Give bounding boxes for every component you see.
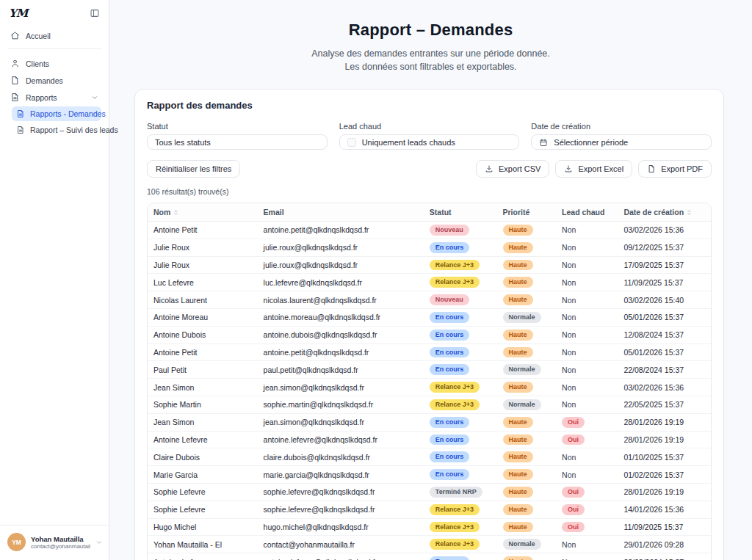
cell-date-creation: 22/08/2024 15:37	[618, 553, 711, 560]
filter-statut: Statut Tous les statuts	[147, 122, 328, 150]
cell-lead-chaud: Oui	[556, 518, 618, 536]
cell-email: antoine.petit@qlkdnqslkdqsd.fr	[258, 222, 424, 239]
cell-statut: En cours	[424, 326, 497, 343]
cell-lead-chaud: Non	[556, 466, 618, 484]
table-row: Jean Simon jean.simon@qlkdnqslkdqsd.fr E…	[148, 413, 711, 431]
cell-date-creation: 28/01/2026 19:19	[618, 431, 711, 448]
lead-chaud-badge: Oui	[562, 417, 585, 428]
cell-email: antoine.lefevre@qlkdnqslkdqsd.fr	[258, 553, 424, 560]
cell-nom: Antoine Lefevre	[148, 431, 258, 448]
sidebar-item-accueil[interactable]: Accueil	[7, 28, 101, 43]
cell-date-creation: 29/01/2026 09:28	[618, 536, 711, 553]
priority-badge: Haute	[503, 330, 533, 341]
cell-priorite: Haute	[497, 326, 557, 343]
cell-priorite: Haute	[497, 274, 557, 291]
cell-lead-chaud: Oui	[556, 431, 618, 448]
date-range-placeholder: Sélectionner période	[554, 138, 628, 147]
page-subtitle: Analyse des demandes entrantes sur une p…	[109, 48, 752, 73]
date-range-picker[interactable]: Sélectionner période	[531, 134, 712, 150]
cell-statut: Nouveau	[424, 222, 497, 239]
column-header-priorite: Priorité	[497, 203, 557, 222]
status-badge: Relance J+3	[430, 539, 480, 550]
user-icon	[10, 59, 20, 68]
report-icon	[16, 109, 25, 118]
cell-lead-chaud: Oui	[556, 413, 618, 431]
sidebar-item-rapport-suivi-leads[interactable]: Rapport – Suivi des leads	[12, 123, 101, 137]
table-row: Julie Roux julie.roux@qlkdnqslkdqsd.fr R…	[148, 256, 711, 274]
cell-email: luc.lefevre@qlkdnqslkdqsd.fr	[258, 274, 424, 291]
cell-email: julie.roux@qlkdnqslkdqsd.fr	[258, 256, 424, 274]
cell-lead-chaud: Non	[556, 379, 618, 396]
priority-badge: Haute	[503, 417, 533, 428]
lead-chaud-badge: Oui	[562, 522, 585, 533]
sidebar-item-label: Demandes	[26, 76, 63, 85]
table-row: Sophie Lefevre sophie.lefevre@qlkdnqslkd…	[148, 501, 711, 518]
cell-date-creation: 12/08/2024 15:37	[618, 326, 711, 343]
cell-email: antoine.moreau@qlkdnqslkdqsd.fr	[258, 308, 424, 326]
status-badge: En cours	[430, 417, 470, 428]
cell-priorite: Haute	[497, 343, 557, 361]
column-header-date-creation[interactable]: Date de création	[618, 203, 711, 222]
cell-nom: Sophie Lefevre	[148, 483, 258, 501]
priority-badge: Normale	[503, 312, 541, 323]
export-excel-button[interactable]: Export Excel	[555, 160, 632, 178]
table-header-row: Nom Email Statut Priorité Lead chaud Dat…	[148, 203, 711, 222]
sidebar-item-demandes[interactable]: Demandes	[7, 73, 101, 88]
sidebar-toggle-icon[interactable]	[90, 8, 100, 18]
sidebar-item-rapports-demandes[interactable]: Rapports - Demandes	[12, 106, 101, 121]
cell-date-creation: 11/09/2025 15:37	[618, 274, 711, 291]
filter-lead-chaud: Lead chaud Uniquement leads chauds	[339, 122, 520, 150]
table-row: Hugo Michel hugo.michel@qlkdnqslkdqsd.fr…	[148, 518, 711, 536]
status-badge: En cours	[430, 330, 470, 341]
cell-date-creation: 09/12/2025 15:37	[618, 239, 711, 256]
cell-priorite: Haute	[497, 222, 557, 239]
lead-chaud-checkbox[interactable]	[347, 138, 356, 147]
cell-email: julie.roux@qlkdnqslkdqsd.fr	[258, 239, 424, 256]
export-csv-button[interactable]: Export CSV	[476, 160, 549, 178]
status-badge: En cours	[430, 242, 470, 253]
cell-date-creation: 01/02/2026 15:37	[618, 466, 711, 484]
sidebar-item-clients[interactable]: Clients	[7, 56, 101, 71]
cell-lead-chaud: Non	[556, 553, 618, 560]
export-pdf-button[interactable]: Export PDF	[638, 160, 712, 178]
cell-email: jean.simon@qlkdnqslkdqsd.fr	[258, 413, 424, 431]
cell-statut: Terminé NRP	[424, 483, 497, 501]
priority-badge: Haute	[503, 242, 533, 253]
column-header-nom[interactable]: Nom	[148, 203, 258, 222]
cell-nom: Antoine Moreau	[148, 308, 258, 326]
cell-lead-chaud: Non	[556, 308, 618, 326]
results-table: Nom Email Statut Priorité Lead chaud Dat…	[147, 203, 712, 560]
cell-nom: Yohan Mautailla - El	[148, 536, 258, 553]
cell-nom: Antoine Petit	[148, 222, 258, 239]
chevron-down-icon	[91, 94, 98, 101]
statut-select[interactable]: Tous les statuts	[147, 134, 328, 150]
user-menu[interactable]: YM Yohan Mautailla contact@yohanmautaill…	[0, 525, 109, 560]
lead-chaud-filter[interactable]: Uniquement leads chauds	[339, 134, 520, 150]
cell-nom: Nicolas Laurent	[148, 291, 258, 309]
cell-priorite: Haute	[497, 483, 557, 501]
results-count: 106 résultat(s) trouvé(s)	[147, 187, 712, 196]
cell-nom: Antoine Dubois	[148, 326, 258, 343]
reset-filters-button[interactable]: Réinitialiser les filtres	[147, 160, 240, 178]
sidebar-header: YM	[0, 0, 109, 23]
cell-date-creation: 03/02/2026 15:40	[618, 291, 711, 309]
status-badge: En cours	[430, 364, 470, 375]
cell-statut: En cours	[424, 448, 497, 466]
cell-statut: En cours	[424, 553, 497, 560]
page-title: Rapport – Demandes	[109, 21, 752, 40]
cell-nom: Marie Garcia	[148, 466, 258, 484]
priority-badge: Haute	[503, 225, 533, 236]
table-row: Antoine Lefevre antoine.lefevre@qlkdnqsl…	[148, 553, 711, 560]
cell-lead-chaud: Non	[556, 361, 618, 379]
cell-nom: Luc Lefevre	[148, 274, 258, 291]
cell-statut: Relance J+3	[424, 396, 497, 413]
cell-email: antoine.lefevre@qlkdnqslkdqsd.fr	[258, 431, 424, 448]
priority-badge: Haute	[503, 294, 533, 305]
sidebar-item-rapports[interactable]: Rapports	[7, 90, 101, 105]
cell-nom: Julie Roux	[148, 256, 258, 274]
priority-badge: Haute	[503, 434, 533, 446]
priority-badge: Normale	[503, 399, 541, 410]
cell-email: sophie.lefevre@qlkdnqslkdqsd.fr	[258, 501, 424, 518]
cell-nom: Claire Dubois	[148, 448, 258, 466]
cell-statut: Relance J+3	[424, 379, 497, 396]
